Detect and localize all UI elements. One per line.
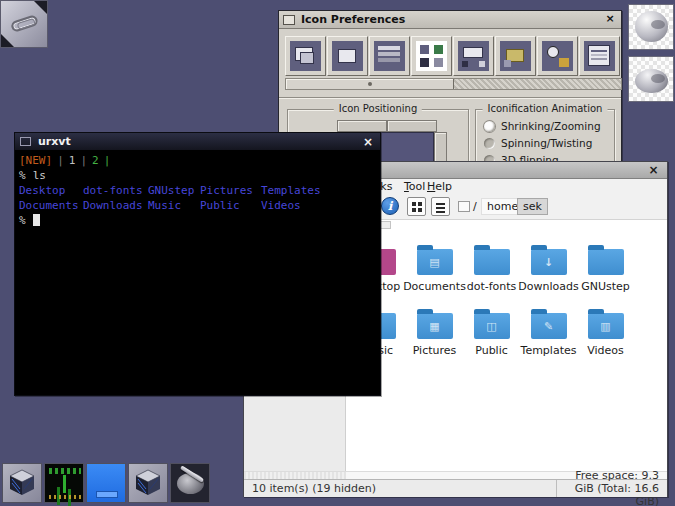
folder-item[interactable]: dot-fonts <box>463 245 520 309</box>
pager-icon <box>96 491 118 498</box>
free-space-text: Free space: 9.3 GiB (Total: 16.6 GiB) <box>564 469 659 506</box>
radio-shrinking-zooming[interactable]: Shrinking/Zooming <box>484 120 601 132</box>
position-top-buttons[interactable] <box>337 120 437 132</box>
command-line: %ls <box>19 168 376 183</box>
iconification-animation-label: Iconification Animation <box>483 103 608 114</box>
pref-category-icons[interactable] <box>411 36 452 76</box>
gnustep-cube-icon <box>7 468 37 498</box>
paperclip-icon <box>10 14 39 33</box>
documents-folder-icon <box>417 249 453 275</box>
window-panel-icon <box>584 41 615 71</box>
close-icon[interactable]: × <box>646 163 661 177</box>
pref-category-window-stacking[interactable] <box>369 36 410 76</box>
folder-item[interactable]: Documents <box>406 245 463 309</box>
list-view-button[interactable] <box>431 197 450 216</box>
dock-tile-gnustep[interactable] <box>2 463 42 503</box>
folder-item[interactable]: Public <box>463 309 520 373</box>
menu-help[interactable]: Help <box>427 180 452 193</box>
pref-category-window-size[interactable] <box>327 36 368 76</box>
icons-grid-icon <box>416 41 447 71</box>
prompt-line: % <box>19 213 376 228</box>
dock-tile-gnustep[interactable] <box>128 463 168 503</box>
info-icon: i <box>381 197 399 215</box>
info-button[interactable]: i <box>381 197 400 216</box>
pref-category-window-focus[interactable] <box>285 36 326 76</box>
wprefs-category-toolbar <box>285 36 620 76</box>
ls-output-row2: DocumentsDownloadsMusicPublicVideos <box>19 198 376 213</box>
miniwindow-icon <box>458 41 489 71</box>
clip-arrow-icon[interactable] <box>34 1 47 14</box>
downloads-folder-icon <box>531 249 567 275</box>
clock-swatch-icon <box>542 41 573 71</box>
dock-tile-wprefs[interactable] <box>170 463 210 503</box>
breadcrumb-sek[interactable]: sek <box>517 198 548 215</box>
menu-tool[interactable]: Tool <box>404 180 425 193</box>
folder-item[interactable]: Videos <box>577 309 634 373</box>
pictures-folder-icon <box>417 313 453 339</box>
terminal-window: urxvt × [NEW]|1|2| %ls Desktopdot-fontsG… <box>14 132 381 396</box>
category-scrollbar-thumb[interactable] <box>286 79 454 89</box>
windowmaker-clip[interactable] <box>0 0 48 48</box>
window-menu-icon[interactable] <box>20 137 31 146</box>
wprefs-separator <box>279 97 621 99</box>
terminal-screen[interactable]: [NEW]|1|2| %ls Desktopdot-fontsGNUstepPi… <box>15 150 380 231</box>
stacked-windows-icon <box>374 41 405 71</box>
fonts-folder-icon <box>474 249 510 275</box>
pref-category-expert[interactable] <box>579 36 620 76</box>
folder-item[interactable]: Downloads <box>520 245 577 309</box>
window-menu-icon[interactable] <box>283 15 295 25</box>
gnustep-cube-icon <box>133 468 163 498</box>
list-view-icon <box>436 203 445 205</box>
dock-tile-system-monitor[interactable] <box>44 463 84 503</box>
system-monitor-icon <box>49 468 81 474</box>
pref-category-appicons[interactable] <box>495 36 536 76</box>
folder-item[interactable]: Pictures <box>406 309 463 373</box>
dock-tile-sphere[interactable] <box>628 4 674 50</box>
sphere-icon <box>635 11 668 42</box>
icon-view-button[interactable] <box>407 197 426 216</box>
scroll-knob-dimple-icon <box>368 82 372 86</box>
shell-sphere-icon <box>635 69 668 93</box>
folder-item[interactable]: GNUstep <box>577 245 634 309</box>
folder-items-icon <box>500 41 531 71</box>
public-folder-icon <box>474 313 510 339</box>
clip-arrow-icon[interactable] <box>1 34 14 47</box>
close-icon[interactable]: × <box>603 13 617 26</box>
fm-statusbar: 10 item(s) (19 hidden) Free space: 9.3 G… <box>244 479 667 497</box>
statusbar-divider <box>556 480 557 497</box>
window-expand-icon <box>332 41 363 71</box>
wprefs-title: Icon Preferences <box>301 13 603 26</box>
window-focus-icon <box>290 41 321 71</box>
radio-spinning-twisting[interactable]: Spinning/Twisting <box>484 137 592 149</box>
videos-folder-icon <box>588 313 624 339</box>
gnustep-folder-icon <box>588 249 624 275</box>
folder-grid: Desktop Documents dot-fonts Downloads GN… <box>346 245 634 373</box>
root-folder-icon <box>458 201 470 212</box>
dock-tile-shell[interactable] <box>628 56 674 102</box>
ls-output-row1: Desktopdot-fontsGNUstepPicturesTemplates <box>19 183 376 198</box>
pref-category-misc[interactable] <box>537 36 578 76</box>
tmux-status-line: [NEW]|1|2| <box>19 153 376 168</box>
pref-category-miniwindow[interactable] <box>453 36 494 76</box>
icon-positioning-label: Icon Positioning <box>334 103 422 114</box>
terminal-title: urxvt <box>38 135 361 148</box>
scrollbar-track <box>244 472 346 479</box>
radio-icon[interactable] <box>484 138 495 149</box>
terminal-titlebar[interactable]: urxvt × <box>15 133 380 150</box>
folder-item[interactable]: Templates <box>520 309 577 373</box>
category-scrollbar[interactable] <box>285 78 622 90</box>
radio-icon[interactable] <box>484 121 495 132</box>
icon-view-icon <box>412 202 416 206</box>
close-icon[interactable]: × <box>361 135 375 149</box>
templates-folder-icon <box>531 313 567 339</box>
breadcrumb-root[interactable]: / <box>453 198 482 215</box>
wprefs-titlebar[interactable]: Icon Preferences × <box>279 11 621 29</box>
text-cursor <box>33 214 40 226</box>
dock-tile-pager[interactable] <box>86 463 126 503</box>
